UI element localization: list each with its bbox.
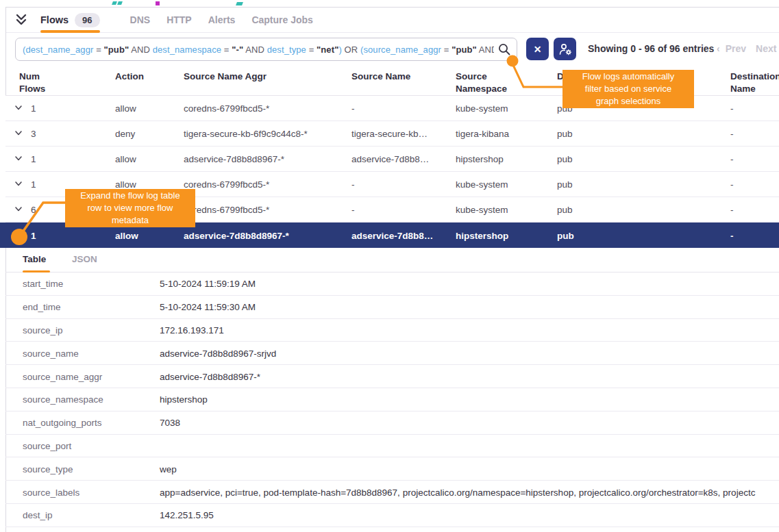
detail-row: nat_outgoing_ports7038: [5, 411, 779, 435]
cell-destination_name: -: [730, 230, 734, 240]
query-token: "-": [232, 45, 243, 55]
detail-row: end_time5-10-2024 11:59:30 AM: [5, 296, 779, 319]
cell-source_namespace: hipstershop: [456, 154, 504, 164]
query-token: AND: [129, 45, 152, 55]
cell-destination_name: -: [730, 205, 734, 215]
table-row[interactable]: 3denytigera-secure-kb-6f9c9c44c8-*tigera…: [5, 121, 779, 147]
query-token: dest_namespace: [153, 45, 221, 55]
flow-detail-table: start_time5-10-2024 11:59:19 AMend_time5…: [5, 273, 779, 527]
flow-query-input[interactable]: (dest_name_aggr = "pub" AND dest_namespa…: [15, 38, 517, 61]
tab-alerts[interactable]: Alerts: [208, 8, 236, 32]
detail-key: source_port: [23, 440, 71, 451]
next-button[interactable]: Next: [756, 43, 776, 54]
cell-source_name: -: [351, 205, 355, 215]
tab-flows[interactable]: Flows96: [40, 8, 100, 32]
cell-destination_name: -: [730, 103, 734, 114]
callout-line: Expand the flow log table: [65, 190, 195, 202]
cell-dest_name_aggr: pub: [557, 205, 573, 215]
tab-label: HTTP: [166, 14, 192, 25]
detail-value: app=adservice, pci=true, pod-template-ha…: [160, 487, 755, 497]
cell-source_name_aggr: tigera-secure-kb-6f9c9c44c8-*: [184, 129, 308, 139]
cell-dest_name_aggr: pub: [557, 230, 574, 240]
detail-key: source_name: [23, 348, 79, 358]
column-header: Source Name: [351, 71, 410, 83]
cell-num_flows: 1: [31, 179, 36, 190]
query-text: (dest_name_aggr = "pub" AND dest_namespa…: [23, 45, 494, 55]
query-token: OR: [342, 45, 360, 55]
expand-row-icon[interactable]: [14, 230, 25, 241]
detail-row: start_time5-10-2024 11:59:19 AM: [5, 273, 779, 296]
expand-row-icon[interactable]: [14, 204, 25, 215]
expand-row-icon[interactable]: [14, 153, 25, 164]
collapse-panel-icon[interactable]: [14, 13, 29, 27]
clear-filter-button[interactable]: ✕: [526, 38, 549, 60]
expand-row-icon[interactable]: [14, 179, 25, 190]
cell-num_flows: 3: [31, 129, 36, 139]
log-type-tabbar: Flows96DNSHTTPAlertsCapture Jobs: [6, 8, 779, 33]
cell-source_namespace: kube-system: [456, 179, 508, 190]
column-header: Source Name Aggr: [184, 71, 267, 83]
cell-dest_name_aggr: pub: [557, 154, 573, 164]
cell-num_flows: 1: [31, 154, 36, 164]
cell-dest_name_aggr: pub: [557, 179, 573, 190]
tab-label: Flows: [40, 14, 69, 25]
tab-detail-json[interactable]: JSON: [72, 254, 97, 264]
callout-line: row to view more flow: [65, 202, 195, 214]
expand-row-icon[interactable]: [14, 103, 25, 114]
cell-num_flows: 6: [31, 205, 36, 215]
query-token: =: [221, 45, 232, 55]
cell-dest_name_aggr: pub: [557, 129, 573, 139]
cell-destination_name: -: [730, 129, 734, 139]
cropped-fragment: [112, 1, 117, 5]
tab-capture-jobs[interactable]: Capture Jobs: [251, 8, 312, 32]
detail-value: 142.251.5.95: [160, 510, 214, 520]
search-icon[interactable]: [495, 41, 513, 58]
tab-dns[interactable]: DNS: [130, 8, 151, 32]
detail-key: source_namespace: [23, 394, 103, 405]
query-token: dest_name_aggr: [25, 45, 93, 55]
cell-source_name_aggr: coredns-6799fbcd5-*: [184, 103, 269, 114]
callout-line: filter based on service: [562, 83, 694, 95]
cell-source_name_aggr: adservice-7d8b8d8967-*: [184, 230, 289, 240]
cell-action: allow: [115, 103, 136, 114]
detail-row: source_typewep: [5, 457, 779, 481]
prev-chevron-icon[interactable]: ‹: [717, 43, 720, 54]
tab-http[interactable]: HTTP: [166, 8, 192, 32]
cell-source_name_aggr: adservice-7d8b8d8967-*: [184, 154, 284, 164]
table-row[interactable]: 1allowadservice-7d8b8d8967-*adservice-7d…: [5, 147, 779, 172]
tab-detail-table[interactable]: Table: [23, 254, 46, 264]
column-header: Destination Name: [730, 71, 779, 95]
detail-row: source_nameadservice-7d8b8d8967-srjvd: [5, 342, 779, 365]
detail-key: start_time: [23, 279, 63, 289]
detail-value: 7038: [160, 418, 180, 428]
query-token: "net": [317, 45, 338, 55]
detail-key: dest_ip: [23, 510, 53, 520]
prev-button[interactable]: Prev: [726, 43, 746, 54]
detail-value: hipstershop: [160, 394, 208, 405]
query-token: AND: [477, 45, 494, 55]
detail-value: wep: [160, 464, 177, 474]
expand-row-icon[interactable]: [14, 128, 25, 139]
user-query-settings-button[interactable]: [554, 38, 576, 60]
tab-label: DNS: [130, 14, 151, 25]
callout-line: Flow logs automatically: [562, 71, 694, 83]
detail-key: source_labels: [23, 487, 79, 497]
detail-row: source_namespacehipstershop: [5, 388, 779, 411]
detail-row: source_labelsapp=adservice, pci=true, po…: [5, 481, 779, 504]
detail-row: source_name_aggradservice-7d8b8d8967-*: [5, 365, 779, 388]
cell-source_name: tigera-secure-kb…: [351, 129, 428, 139]
user-gear-icon: [558, 42, 573, 57]
cell-source_namespace: kube-system: [456, 205, 508, 215]
tab-list: Flows96DNSHTTPAlertsCapture Jobs: [40, 8, 330, 32]
detail-row: dest_ip142.251.5.95: [5, 504, 779, 527]
cell-source_name: -: [351, 179, 355, 190]
cell-action: allow: [115, 230, 138, 240]
query-token: dest_type: [267, 45, 306, 55]
detail-key: source_name_aggr: [23, 371, 102, 381]
cell-source_name_aggr: coredns-6799fbcd5-*: [184, 179, 269, 190]
cell-source_name: adservice-7d8b8…: [351, 154, 429, 164]
cell-source_name: adservice-7d8b8…: [351, 230, 433, 240]
callout-expand-row-info: Expand the flow log tablerow to view mor…: [65, 189, 195, 227]
detail-value: adservice-7d8b8d8967-*: [160, 371, 260, 381]
detail-key: source_type: [23, 464, 73, 474]
